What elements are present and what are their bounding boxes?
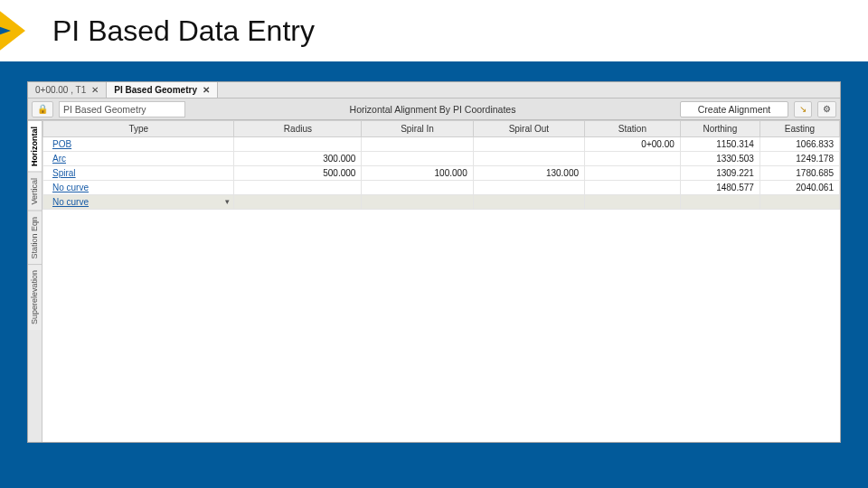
value-cell[interactable]: 500.000 <box>234 166 362 181</box>
arrow-icon: ↘ <box>799 104 807 114</box>
value-cell[interactable] <box>585 181 681 195</box>
col-easting[interactable]: Easting <box>760 121 839 137</box>
toolbar: 🔒 PI Based Geometry Horizontal Alignment… <box>28 99 840 120</box>
lock-button[interactable]: 🔒 <box>32 101 53 117</box>
table-header-row: Type Radius Spiral In Spiral Out Station… <box>43 121 840 137</box>
value-cell[interactable]: 1330.503 <box>680 152 760 166</box>
geometry-name-text: PI Based Geometry <box>63 104 146 115</box>
value-cell[interactable]: 1309.221 <box>680 166 760 181</box>
value-cell[interactable] <box>362 181 473 195</box>
value-cell[interactable] <box>473 181 584 195</box>
pi-table-wrap: Type Radius Spiral In Spiral Out Station… <box>42 120 840 442</box>
value-cell[interactable] <box>234 195 362 210</box>
type-cell[interactable]: POB <box>43 137 234 152</box>
app-window: 0+00.00 , T1 ✕ PI Based Geometry ✕ 🔒 PI … <box>27 81 841 443</box>
tab-label: PI Based Geometry <box>114 85 197 95</box>
type-cell[interactable]: Arc <box>43 152 234 166</box>
lock-icon: 🔒 <box>37 104 48 114</box>
move-button[interactable]: ↘ <box>794 101 812 117</box>
value-cell[interactable] <box>234 181 362 195</box>
value-cell[interactable] <box>473 137 584 152</box>
table-row[interactable]: Spiral500.000100.000130.0001309.2211780.… <box>43 166 840 181</box>
close-icon[interactable]: ✕ <box>203 85 210 95</box>
slide-title: PI Based Data Entry <box>0 14 315 48</box>
value-cell[interactable] <box>760 195 839 210</box>
col-spiral-out[interactable]: Spiral Out <box>473 121 584 137</box>
settings-button[interactable]: ⚙ <box>817 101 836 117</box>
value-cell[interactable] <box>473 152 584 166</box>
col-spiral-in[interactable]: Spiral In <box>362 121 473 137</box>
col-northing[interactable]: Northing <box>680 121 760 137</box>
tab-label: 0+00.00 , T1 <box>35 85 86 95</box>
pi-table: Type Radius Spiral In Spiral Out Station… <box>42 120 840 210</box>
col-station[interactable]: Station <box>585 121 681 137</box>
value-cell[interactable] <box>473 195 584 210</box>
geometry-name-field[interactable]: PI Based Geometry <box>59 101 185 117</box>
value-cell[interactable]: 2040.061 <box>760 181 839 195</box>
toolbar-title: Horizontal Alignment By PI Coordinates <box>191 104 675 115</box>
close-icon[interactable]: ✕ <box>91 85 99 95</box>
create-alignment-label: Create Alignment <box>698 104 771 115</box>
side-tabstrip: Horizontal Vertical Station Eqn Superele… <box>28 120 42 442</box>
value-cell[interactable] <box>362 137 473 152</box>
value-cell[interactable] <box>585 195 681 210</box>
table-row[interactable]: No curve1480.5772040.061 <box>43 181 840 195</box>
editor-body: Horizontal Vertical Station Eqn Superele… <box>28 120 840 442</box>
accent-triangle <box>0 0 25 61</box>
value-cell[interactable]: 1249.178 <box>760 152 839 166</box>
col-type[interactable]: Type <box>43 121 234 137</box>
value-cell[interactable] <box>680 195 760 210</box>
value-cell[interactable] <box>362 195 473 210</box>
value-cell[interactable] <box>362 152 473 166</box>
value-cell[interactable]: 1480.577 <box>680 181 760 195</box>
value-cell[interactable] <box>585 166 681 181</box>
value-cell[interactable]: 1780.685 <box>760 166 839 181</box>
value-cell[interactable]: 300.000 <box>234 152 362 166</box>
gear-icon: ⚙ <box>823 104 831 114</box>
table-empty-area <box>42 229 840 442</box>
tab-station[interactable]: 0+00.00 , T1 ✕ <box>28 82 107 98</box>
col-radius[interactable]: Radius <box>234 121 362 137</box>
tab-pi-geometry[interactable]: PI Based Geometry ✕ <box>107 82 218 98</box>
create-alignment-button[interactable]: Create Alignment <box>680 101 788 117</box>
value-cell[interactable] <box>234 137 362 152</box>
sidetab-station-eqn[interactable]: Station Eqn <box>28 211 42 265</box>
type-cell[interactable]: No curve <box>43 181 234 195</box>
value-cell[interactable]: 130.000 <box>473 166 584 181</box>
value-cell[interactable]: 1150.314 <box>680 137 760 152</box>
table-row[interactable]: Arc300.0001330.5031249.178 <box>43 152 840 166</box>
table-row[interactable]: No curve <box>43 195 840 210</box>
sidetab-superelevation[interactable]: Superelevation <box>28 264 42 330</box>
slide-title-band: PI Based Data Entry <box>0 0 868 61</box>
value-cell[interactable]: 0+00.00 <box>585 137 681 152</box>
doc-tabstrip: 0+00.00 , T1 ✕ PI Based Geometry ✕ <box>28 82 840 99</box>
value-cell[interactable] <box>585 152 681 166</box>
table-row[interactable]: POB0+00.001150.3141066.833 <box>43 137 840 152</box>
sidetab-vertical[interactable]: Vertical <box>28 172 42 211</box>
sidetab-horizontal[interactable]: Horizontal <box>28 120 42 172</box>
value-cell[interactable]: 1066.833 <box>760 137 839 152</box>
type-cell[interactable]: No curve <box>43 195 234 210</box>
value-cell[interactable]: 100.000 <box>362 166 473 181</box>
type-cell[interactable]: Spiral <box>43 166 234 181</box>
